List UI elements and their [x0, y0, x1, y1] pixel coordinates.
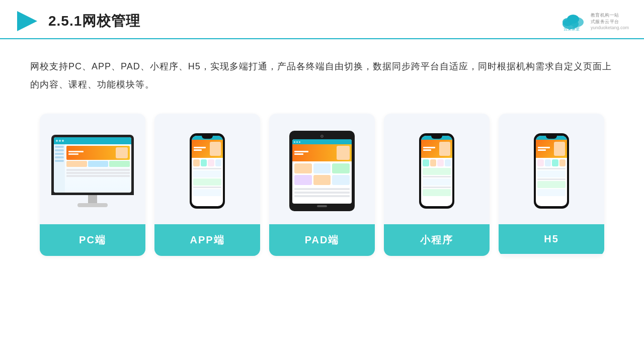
tablet-screen	[292, 139, 352, 204]
tablet-frame	[289, 131, 355, 211]
card-h5: H5	[499, 114, 604, 256]
cloud-icon: 云朵课堂	[559, 11, 587, 31]
card-app-image	[154, 114, 260, 224]
logo-area: 云朵课堂 教育机构一站 式服务云平台 yunduoketang.com	[559, 11, 629, 31]
svg-point-4	[567, 15, 579, 24]
play-icon	[15, 9, 39, 33]
phone-app-frame	[190, 133, 225, 209]
svg-marker-0	[17, 11, 37, 31]
card-pc-image	[40, 114, 145, 224]
phone-h5-screen	[536, 136, 567, 206]
logo-tag1: 教育机构一站	[591, 12, 619, 19]
card-pc: PC端	[40, 114, 145, 256]
phone-mini-frame	[419, 133, 454, 209]
logo-text-block: 教育机构一站 式服务云平台 yunduoketang.com	[591, 12, 629, 30]
card-app: APP端	[154, 114, 260, 256]
monitor-screen	[54, 137, 131, 193]
description-text: 网校支持PC、APP、PAD、小程序、H5，实现多端打通，产品各终端自由切换，数…	[30, 61, 612, 89]
card-pad: PAD端	[269, 114, 375, 256]
svg-text:云朵课堂: 云朵课堂	[564, 27, 580, 31]
monitor-frame	[51, 135, 134, 195]
card-miniprogram-image	[384, 114, 490, 224]
phone-app-screen	[192, 136, 223, 206]
card-h5-label: H5	[499, 224, 604, 254]
phone-mini-screen	[421, 136, 452, 206]
header-left: 2.5.1网校管理	[15, 9, 140, 33]
header: 2.5.1网校管理 云朵课堂 教育机构一站 式服务云平台 yunduoketan…	[0, 0, 644, 39]
card-h5-image	[499, 114, 604, 224]
phone-h5-frame	[534, 133, 569, 209]
card-miniprogram: 小程序	[384, 114, 490, 256]
card-mini-label: 小程序	[384, 224, 490, 256]
card-pad-label: PAD端	[269, 224, 375, 256]
card-pad-image	[269, 114, 375, 224]
card-pc-label: PC端	[40, 224, 145, 256]
pc-monitor	[51, 135, 134, 207]
logo-domain: yunduoketang.com	[591, 25, 629, 30]
description: 网校支持PC、APP、PAD、小程序、H5，实现多端打通，产品各终端自由切换，数…	[0, 39, 644, 104]
logo-tag2: 式服务云平台	[591, 19, 619, 25]
card-app-label: APP端	[154, 224, 260, 256]
cards-row: PC端	[0, 104, 644, 256]
page-title: 2.5.1网校管理	[48, 12, 140, 31]
